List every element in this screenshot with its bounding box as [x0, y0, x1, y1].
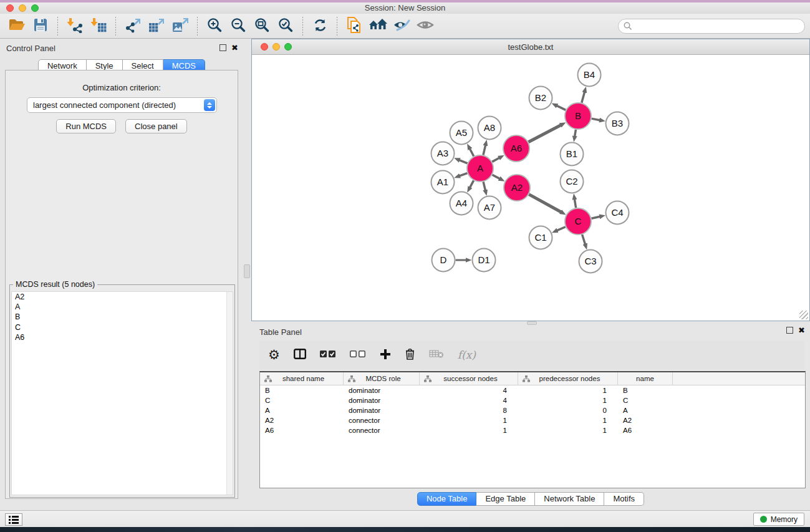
graph-edge-C-C4[interactable] — [591, 216, 600, 218]
export-network-button[interactable] — [121, 16, 145, 37]
import-table-button[interactable] — [87, 16, 110, 37]
cell-MCDS-role[interactable]: connector — [344, 417, 420, 424]
cell-predecessor-nodes[interactable]: 0 — [518, 407, 618, 414]
cell-name[interactable]: B — [618, 387, 673, 394]
graph-node-B2[interactable]: B2 — [529, 87, 552, 110]
open-session-button[interactable] — [5, 16, 29, 37]
column-header-predecessor-nodes[interactable]: predecessor nodes — [518, 372, 618, 385]
graph-edge-B-B2[interactable] — [557, 105, 566, 110]
graph-node-C1[interactable]: C1 — [529, 226, 552, 249]
graph-node-B3[interactable]: B3 — [606, 112, 629, 135]
cell-predecessor-nodes[interactable]: 1 — [518, 427, 618, 434]
graph-edge-A-A2[interactable] — [492, 175, 499, 178]
import-network-button[interactable] — [63, 16, 87, 37]
run-mcds-button[interactable]: Run MCDS — [56, 119, 116, 133]
add-column-button[interactable] — [380, 349, 391, 362]
tab-edge-table[interactable]: Edge Table — [476, 492, 535, 506]
criterion-dropdown[interactable]: largest connected component (directed) — [27, 97, 217, 113]
graph-edge-B-B1[interactable] — [575, 130, 576, 137]
graph-edge-A-A1[interactable] — [460, 173, 468, 177]
close-panel-button[interactable]: Close panel — [125, 119, 187, 133]
network-window-titlebar[interactable]: testGlobe.txt — [252, 39, 809, 55]
graph-node-A1[interactable]: A1 — [432, 171, 455, 194]
table-row[interactable]: A2connector11A2 — [260, 415, 805, 425]
graph-edge-A2-C[interactable] — [529, 195, 561, 212]
graph-edge-C-C1[interactable] — [557, 227, 566, 231]
cell-MCDS-role[interactable]: connector — [344, 427, 420, 434]
cell-successor-nodes[interactable]: 4 — [420, 397, 518, 404]
export-image-button[interactable] — [168, 16, 192, 37]
graph-edge-B-B3[interactable] — [592, 118, 600, 120]
clone-network-button[interactable] — [342, 16, 366, 37]
graph-edge-B-B4[interactable] — [582, 92, 585, 102]
column-header-successor-nodes[interactable]: successor nodes — [420, 372, 518, 385]
table-settings-button[interactable]: ⚙ — [268, 349, 280, 361]
result-item[interactable]: A2 — [12, 292, 233, 302]
graph-node-A7[interactable]: A7 — [478, 196, 501, 220]
cell-shared-name[interactable]: C — [260, 397, 344, 404]
cell-successor-nodes[interactable]: 1 — [420, 417, 518, 424]
graph-edge-C-C2[interactable] — [574, 199, 576, 208]
graph-edge-A-A6[interactable] — [492, 158, 499, 162]
table-row[interactable]: A6connector11A6 — [260, 425, 805, 435]
tab-node-table[interactable]: Node Table — [417, 492, 477, 506]
graph-node-B4[interactable]: B4 — [578, 64, 601, 87]
graph-edge-A-A7[interactable] — [483, 181, 485, 190]
graph-node-C3[interactable]: C3 — [579, 250, 602, 273]
column-header-name[interactable]: name — [618, 372, 673, 385]
graph-edge-A-A3[interactable] — [459, 160, 467, 163]
graph-node-A4[interactable]: A4 — [450, 192, 473, 215]
zoom-in-button[interactable] — [203, 16, 226, 37]
memory-button[interactable]: Memory — [753, 513, 804, 526]
cell-successor-nodes[interactable]: 8 — [420, 407, 518, 414]
result-scrollbar[interactable] — [226, 292, 233, 495]
mcds-result-list[interactable]: A2ABCA6 — [11, 291, 233, 495]
graph-node-C4[interactable]: C4 — [606, 201, 629, 225]
tab-network-table[interactable]: Network Table — [535, 492, 604, 506]
hide-view-button[interactable] — [390, 16, 413, 37]
graph-node-C[interactable]: C — [565, 208, 591, 235]
network-canvas[interactable]: AA1A2A3A4A5A6A7A8BB1B2B3B4CC1C2C3C4DD1 — [252, 55, 809, 321]
graph-node-D[interactable]: D — [432, 249, 455, 272]
cell-shared-name[interactable]: A — [260, 407, 344, 414]
refresh-view-button[interactable] — [308, 16, 332, 37]
close-panel-icon[interactable]: ✖ — [231, 44, 238, 51]
show-all-views-button[interactable] — [366, 16, 390, 37]
table-row[interactable]: Cdominator41C — [260, 395, 805, 405]
graph-node-A5[interactable]: A5 — [450, 122, 473, 145]
zoom-out-button[interactable] — [226, 16, 250, 37]
result-item[interactable]: C — [12, 322, 233, 332]
cell-shared-name[interactable]: A6 — [260, 427, 344, 434]
graph-node-A8[interactable]: A8 — [478, 117, 501, 140]
graph-node-B1[interactable]: B1 — [561, 143, 584, 166]
cell-name[interactable]: C — [618, 397, 673, 404]
cell-shared-name[interactable]: B — [260, 387, 344, 394]
graph-edge-A-A8[interactable] — [483, 145, 486, 155]
graph-edge-A6-B[interactable] — [528, 125, 561, 142]
resize-grip-icon[interactable] — [799, 311, 808, 319]
cell-name[interactable]: A6 — [618, 427, 673, 434]
graph-edge-A-A4[interactable] — [470, 180, 473, 187]
float-panel-icon[interactable] — [219, 44, 226, 51]
result-item[interactable]: B — [12, 312, 233, 322]
result-item[interactable]: A — [12, 302, 233, 312]
deselect-all-columns-button[interactable] — [350, 351, 366, 360]
graph-node-B[interactable]: B — [565, 103, 591, 129]
table-row[interactable]: Adominator80A — [260, 405, 805, 415]
cell-MCDS-role[interactable]: dominator — [344, 407, 420, 414]
cell-MCDS-role[interactable]: dominator — [344, 397, 420, 404]
column-header-MCDS-role[interactable]: MCDS role — [344, 372, 420, 385]
cell-predecessor-nodes[interactable]: 1 — [518, 417, 618, 424]
cell-MCDS-role[interactable]: dominator — [344, 387, 420, 394]
delete-column-button[interactable] — [405, 348, 415, 362]
graph-node-A[interactable]: A — [467, 155, 493, 181]
cell-name[interactable]: A2 — [618, 417, 673, 424]
graph-edge-A-A5[interactable] — [470, 148, 473, 156]
zoom-selected-button[interactable] — [274, 16, 297, 37]
table-row[interactable]: Bdominator41B — [260, 385, 805, 395]
cell-name[interactable]: A — [618, 407, 673, 414]
node-table[interactable]: shared nameMCDS rolesuccessor nodesprede… — [259, 371, 806, 488]
graph-edge-C-C3[interactable] — [582, 235, 586, 244]
search-box[interactable] — [618, 19, 805, 34]
select-all-columns-button[interactable] — [320, 351, 336, 360]
